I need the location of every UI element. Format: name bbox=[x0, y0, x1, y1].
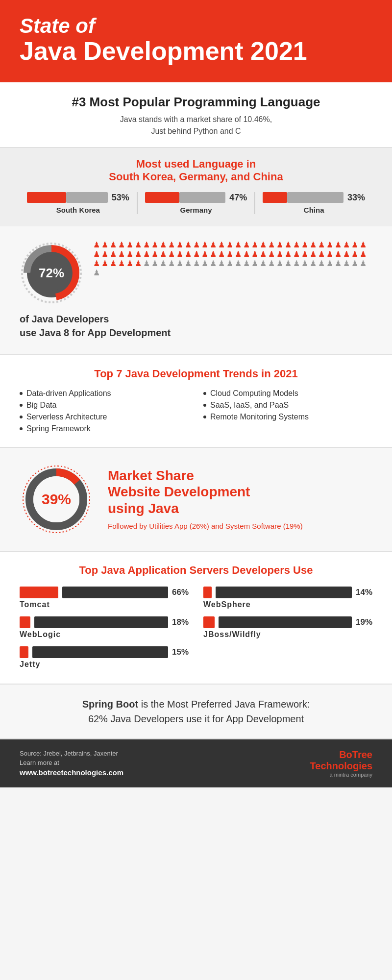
trend-label: Spring Framework bbox=[26, 424, 91, 433]
person-icon: ♟ bbox=[243, 241, 250, 249]
person-icon: ♟ bbox=[151, 260, 158, 268]
trend-item: SaaS, IaaS, and PaaS bbox=[203, 399, 372, 411]
person-icon: ♟ bbox=[176, 260, 183, 268]
server-bar-bg bbox=[32, 646, 168, 658]
trend-bullet-icon bbox=[20, 404, 23, 407]
person-icon: ♟ bbox=[93, 250, 100, 258]
person-icon: ♟ bbox=[301, 250, 308, 258]
logo-tree: Tree bbox=[352, 749, 372, 760]
java8-desc: of Java Developersuse Java 8 for App Dev… bbox=[20, 312, 372, 340]
person-icon: ♟ bbox=[110, 260, 117, 268]
person-icon: ♟ bbox=[193, 260, 200, 268]
person-icon: ♟ bbox=[168, 260, 175, 268]
person-icon: ♟ bbox=[218, 260, 225, 268]
person-icon: ♟ bbox=[110, 250, 117, 258]
person-icon: ♟ bbox=[201, 250, 208, 258]
person-icon: ♟ bbox=[126, 250, 133, 258]
trends-grid: Data-driven ApplicationsBig DataServerle… bbox=[20, 388, 372, 435]
section-servers: Top Java Application Servers Developers … bbox=[0, 552, 392, 685]
popular-heading: #3 Most Popular Programming Language bbox=[20, 95, 372, 110]
server-bar-bg bbox=[62, 587, 168, 598]
people-grid: ♟♟♟♟♟♟♟♟♟♟♟♟♟♟♟♟♟♟♟♟♟♟♟♟♟♟♟♟♟♟♟♟♟♟♟♟♟♟♟♟… bbox=[93, 241, 372, 277]
server-bar-fill bbox=[203, 616, 215, 628]
person-icon: ♟ bbox=[335, 260, 342, 268]
person-icon: ♟ bbox=[293, 250, 300, 258]
server-bar-row: 18% bbox=[20, 616, 189, 628]
germany-label: Germany bbox=[138, 206, 255, 214]
person-icon: ♟ bbox=[118, 250, 125, 258]
person-icon: ♟ bbox=[93, 269, 100, 277]
person-icon: ♟ bbox=[118, 241, 125, 249]
person-icon: ♟ bbox=[93, 260, 100, 268]
logo-bo: Bo bbox=[339, 749, 352, 760]
person-icon: ♟ bbox=[101, 250, 108, 258]
person-icon: ♟ bbox=[143, 260, 150, 268]
market-desc: Followed by Utilities App (26%) and Syst… bbox=[108, 521, 303, 532]
trend-label: Remote Monitoring Systems bbox=[210, 413, 309, 421]
china-label: China bbox=[255, 206, 372, 214]
trends-right-col: Cloud Computing ModelsSaaS, IaaS, and Pa… bbox=[203, 388, 372, 435]
section-72: 72% ♟♟♟♟♟♟♟♟♟♟♟♟♟♟♟♟♟♟♟♟♟♟♟♟♟♟♟♟♟♟♟♟♟♟♟♟… bbox=[0, 226, 392, 355]
server-item: 15%Jetty bbox=[20, 646, 189, 669]
person-icon: ♟ bbox=[326, 260, 333, 268]
section-popular: #3 Most Popular Programming Language Jav… bbox=[0, 82, 392, 148]
person-icon: ♟ bbox=[135, 250, 142, 258]
person-icon: ♟ bbox=[218, 250, 225, 258]
person-icon: ♟ bbox=[335, 250, 342, 258]
person-icon: ♟ bbox=[268, 260, 275, 268]
trend-item: Data-driven Applications bbox=[20, 388, 189, 399]
server-pct: 15% bbox=[172, 647, 189, 657]
person-icon: ♟ bbox=[318, 241, 325, 249]
china-pct: 33% bbox=[347, 193, 365, 203]
person-icon: ♟ bbox=[168, 250, 175, 258]
south-korea-label: South Korea bbox=[20, 206, 137, 214]
person-icon: ♟ bbox=[310, 250, 317, 258]
person-icon: ♟ bbox=[285, 250, 292, 258]
person-icon: ♟ bbox=[135, 260, 142, 268]
person-icon: ♟ bbox=[151, 241, 158, 249]
server-bar-fill bbox=[203, 587, 212, 598]
server-bar-row: 66% bbox=[20, 587, 189, 598]
section-trends: Top 7 Java Development Trends in 2021 Da… bbox=[0, 355, 392, 448]
person-icon: ♟ bbox=[285, 241, 292, 249]
trend-label: Data-driven Applications bbox=[26, 389, 111, 398]
language-bars: 53% South Korea 47% Germany 33% China bbox=[20, 192, 372, 214]
person-icon: ♟ bbox=[260, 241, 267, 249]
spring-text: Spring Boot is the Most Preferred Java F… bbox=[20, 697, 372, 726]
trend-item: Serverless Architecture bbox=[20, 411, 189, 423]
trend-item: Remote Monitoring Systems bbox=[203, 411, 372, 423]
server-bar-row: 15% bbox=[20, 646, 189, 658]
footer-url[interactable]: www.botreetechnologies.com bbox=[20, 768, 123, 777]
person-icon: ♟ bbox=[351, 241, 358, 249]
person-icon: ♟ bbox=[351, 250, 358, 258]
person-icon: ♟ bbox=[160, 241, 167, 249]
person-icon: ♟ bbox=[276, 250, 283, 258]
person-icon: ♟ bbox=[176, 250, 183, 258]
section-market: 39% Market Share Website Development usi… bbox=[0, 448, 392, 552]
donut-39: 39% bbox=[20, 463, 93, 536]
trend-bullet-icon bbox=[203, 416, 206, 418]
person-icon: ♟ bbox=[335, 241, 342, 249]
footer-logo: BoTree Technologies a mintra company bbox=[310, 749, 372, 778]
person-icon: ♟ bbox=[226, 260, 233, 268]
server-name: Jetty bbox=[20, 660, 189, 669]
header: State of Java Development 2021 bbox=[0, 0, 392, 82]
person-icon: ♟ bbox=[268, 241, 275, 249]
person-icon: ♟ bbox=[235, 241, 242, 249]
person-icon: ♟ bbox=[210, 250, 217, 258]
trend-bullet-icon bbox=[20, 392, 23, 395]
person-icon: ♟ bbox=[226, 250, 233, 258]
server-bar-bg bbox=[219, 616, 352, 628]
server-bar-bg bbox=[34, 616, 168, 628]
person-icon: ♟ bbox=[326, 250, 333, 258]
person-icon: ♟ bbox=[210, 260, 217, 268]
footer: Source: Jrebel, Jetbrains, Jaxenter Lear… bbox=[0, 739, 392, 787]
trend-bullet-icon bbox=[203, 404, 206, 407]
person-icon: ♟ bbox=[293, 260, 300, 268]
person-icon: ♟ bbox=[176, 241, 183, 249]
donut-39-label: 39% bbox=[42, 491, 71, 508]
person-icon: ♟ bbox=[251, 260, 258, 268]
trend-bullet-icon bbox=[20, 427, 23, 430]
person-icon: ♟ bbox=[360, 241, 367, 249]
person-icon: ♟ bbox=[343, 260, 350, 268]
